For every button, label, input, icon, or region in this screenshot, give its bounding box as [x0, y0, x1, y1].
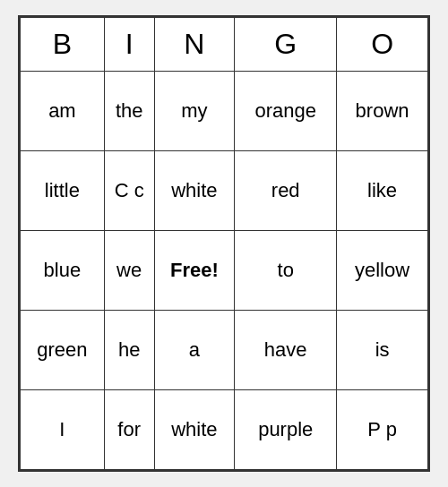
cell-2-1: we	[104, 231, 154, 311]
cell-0-1: the	[104, 72, 154, 151]
cell-2-0: blue	[21, 231, 105, 311]
table-row: blueweFree!toyellow	[21, 231, 428, 311]
cell-4-4: P p	[337, 390, 428, 470]
cell-3-1: he	[104, 311, 154, 390]
cell-0-2: my	[154, 72, 235, 151]
col-n: N	[154, 18, 235, 72]
cell-4-3: purple	[235, 390, 337, 470]
col-b: B	[21, 18, 105, 72]
cell-2-3: to	[235, 231, 337, 311]
cell-3-2: a	[154, 311, 235, 390]
header-row: B I N G O	[21, 18, 428, 72]
bingo-table: B I N G O amthemyorangebrownlittleC cwhi…	[20, 17, 428, 470]
cell-1-4: like	[337, 151, 428, 231]
cell-3-3: have	[235, 311, 337, 390]
cell-0-3: orange	[235, 72, 337, 151]
cell-3-4: is	[337, 311, 428, 390]
table-row: greenheahaveis	[21, 311, 428, 390]
bingo-card: B I N G O amthemyorangebrownlittleC cwhi…	[18, 15, 430, 472]
cell-1-0: little	[21, 151, 105, 231]
table-row: littleC cwhiteredlike	[21, 151, 428, 231]
col-i: I	[104, 18, 154, 72]
table-row: amthemyorangebrown	[21, 72, 428, 151]
table-row: IforwhitepurpleP p	[21, 390, 428, 470]
cell-1-3: red	[235, 151, 337, 231]
cell-4-2: white	[154, 390, 235, 470]
col-g: G	[235, 18, 337, 72]
cell-0-4: brown	[337, 72, 428, 151]
cell-4-1: for	[104, 390, 154, 470]
cell-1-2: white	[154, 151, 235, 231]
cell-3-0: green	[21, 311, 105, 390]
cell-2-4: yellow	[337, 231, 428, 311]
cell-2-2: Free!	[154, 231, 235, 311]
cell-1-1: C c	[104, 151, 154, 231]
cell-4-0: I	[21, 390, 105, 470]
bingo-body: amthemyorangebrownlittleC cwhiteredlikeb…	[21, 72, 428, 470]
col-o: O	[337, 18, 428, 72]
cell-0-0: am	[21, 72, 105, 151]
